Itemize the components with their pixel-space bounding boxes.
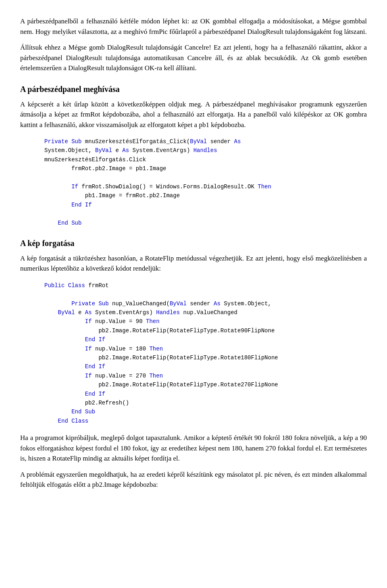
paragraph-3: A képcserét a két űrlap között a követke… (20, 99, 367, 130)
section-heading-kepcsere: A párbeszédpanel meghívása (20, 83, 367, 95)
paragraph-2: Állítsuk ehhez a Mégse gomb DialogResult… (20, 42, 367, 73)
paragraph-5: Ha a programot kipróbáljuk, meglepő dolg… (20, 433, 367, 464)
paragraph-1: A párbeszédpanelből a felhasználó kétfél… (20, 16, 367, 37)
code-block-1: Private Sub mnuSzerkesztésElforgatás_Cli… (44, 137, 367, 227)
paragraph-4: A kép forgatását a tükrözéshez hasonlóan… (20, 253, 367, 274)
code-block-2: Public Class frmRot Private Sub nup_Valu… (44, 281, 367, 425)
paragraph-6: A problémát egyszerűen megoldhatjuk, ha … (20, 469, 367, 490)
section-heading-forgatas: A kép forgatása (20, 237, 367, 249)
